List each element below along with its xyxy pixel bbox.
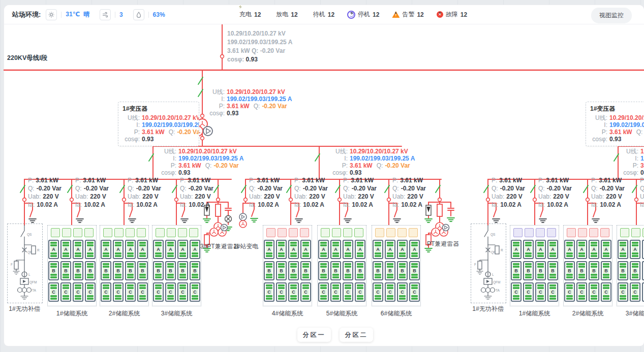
station-transformer-label: 1#站变电 <box>233 242 258 251</box>
battery-row-c: C C C C <box>618 282 644 302</box>
badge-count: 12 <box>328 11 334 18</box>
battery-system-box[interactable]: A A A A B B B B C C C C <box>510 225 559 306</box>
battery-row-b: B B B B <box>511 261 558 280</box>
battery-system-box[interactable]: A A A A B B B B C C C C <box>372 225 421 306</box>
pcs-status-squares <box>511 228 558 237</box>
uab-row: Uab:220 V <box>294 193 328 201</box>
uab-row: Uab:220 V <box>180 193 213 201</box>
p-row: P:3.61 kW <box>492 176 525 184</box>
u-line-row: U线:10.29/10.20/10.27 kV <box>122 114 195 121</box>
power-row: P:3.61 kWQ:-0.20 Var <box>207 103 292 110</box>
badge-count: 12 <box>291 11 297 18</box>
battery-system-box[interactable]: A A A A B B B B C C C C <box>317 225 366 306</box>
battery-row-b: B B B B <box>564 261 611 280</box>
status-badges: 充电 12 放电 12 待机 12 停机 1 <box>237 5 467 24</box>
zone-one-button[interactable]: 分区一 <box>297 328 331 342</box>
battery-system-box[interactable]: A A A A B B B B C C C C <box>263 225 312 306</box>
feeder-metrics-block: P:3.61 kW Q:-0.20 Var Uab:220 V Ia:10.02… <box>591 176 625 209</box>
battery-section-left: A A A A B B B B C C C C <box>47 225 201 318</box>
p-row: P:3.61 kW <box>28 176 62 184</box>
battery-row-c: C C C C <box>564 282 611 302</box>
status-badge[interactable]: 停机 12 <box>347 10 379 19</box>
feeder-metrics-block: P:3.61 kW Q:-0.20 Var Uab:220 V Ia:10.02… <box>180 176 213 209</box>
badge-count: 12 <box>417 11 423 18</box>
battery-row-c: C C C C <box>48 282 96 302</box>
status-icon <box>437 11 443 18</box>
svg-text:R: R <box>37 248 40 252</box>
transformer-title: 1#变压器 <box>590 105 644 113</box>
bus-measurement-block: 10.29/10.20/10.27 kV 199.02/199.03/199.2… <box>227 29 292 64</box>
q-row: Q:-0.20 Var <box>128 184 161 193</box>
feeder-metrics-block: P:3.61 kW Q:-0.20 Var Uab:220 V Ia:10.02… <box>75 176 109 209</box>
q-row: Q:-0.20 Var <box>492 184 525 193</box>
transformer-info-box-right[interactable]: 1#变压器 U线:10.29/10.20/10.27 kV I:199.02/1… <box>586 102 644 146</box>
battery-system-name: 3#储能系统 <box>617 309 644 318</box>
badge-label: 放电 <box>276 10 288 19</box>
battery-system-name: 1#储能系统 <box>510 309 559 318</box>
battery-row-b: B B B B <box>264 261 311 280</box>
status-icon <box>392 11 400 18</box>
p-row: P:3.61 kW <box>249 176 283 184</box>
pcs-status-squares <box>373 228 420 237</box>
q-row: Q:-0.20 Var <box>28 184 62 193</box>
pcs-square <box>103 228 112 237</box>
battery-system-box[interactable]: A A A A B B B B C C C C <box>563 225 612 306</box>
badge-count: 12 <box>254 11 261 18</box>
battery-row-a: A A A A <box>618 240 644 259</box>
status-badge[interactable]: 待机 12 <box>311 10 334 19</box>
battery-row-b: B B B B <box>48 261 96 280</box>
uab-row: Uab:220 V <box>591 193 625 201</box>
battery-cell: A <box>264 240 274 259</box>
battery-row-a: A A A A <box>564 240 611 259</box>
cos-row: cosφ:0.93 <box>207 110 292 117</box>
pcs-square <box>156 228 165 237</box>
transformer-info-box-left[interactable]: 1#变压器 U线:10.29/10.20/10.27 kV I:199.02/1… <box>118 102 199 146</box>
reactive-compensation-label-left: 1#无功补偿 <box>6 305 43 313</box>
u-line-row: U线:10.29/10.20/10.27 kV <box>159 148 243 155</box>
power-row: P:3.61 kWQ:-0.20 Var <box>330 162 415 169</box>
status-badge[interactable]: 故障 12 <box>437 10 467 19</box>
q-row: Q:-0.20 Var <box>294 184 328 193</box>
battery-system-box[interactable]: A A A A B B B B C C C C <box>100 225 149 306</box>
temperature-weather: 31℃ 晴 <box>66 10 89 19</box>
p-row: P:3.61 kW <box>294 176 328 184</box>
p-row: P:3.61 kW <box>538 176 572 184</box>
battery-system-box[interactable]: A A A A B B B B C C C C <box>617 225 644 306</box>
battery-cell: A <box>373 240 383 259</box>
feeder-metrics-block: P:3.61 kW Q:-0.20 Var Uab:220 V Ia:10.02… <box>492 176 525 209</box>
zone-two-button[interactable]: 分区二 <box>340 328 373 342</box>
view-monitor-button[interactable]: 视图监控 <box>591 8 632 23</box>
battery-system-box[interactable]: A A A A B B B B C C C C <box>152 225 201 306</box>
wind-icon <box>100 9 111 20</box>
battery-row-b: B B B B <box>618 261 644 280</box>
cos-row: cosφ:0.93 <box>330 169 415 176</box>
cos-row: cosφ:0.93 <box>590 136 644 143</box>
battery-system-name: 6#储能系统 <box>372 309 421 318</box>
battery-system: A A A A B B B B C C C C <box>100 225 149 318</box>
battery-row-a: A A A A <box>511 240 558 259</box>
battery-system-box[interactable]: A A A A B B B B C C C C <box>47 225 97 306</box>
battery-system-name: 2#储能系统 <box>100 309 149 318</box>
svg-text:QS: QS <box>27 233 32 237</box>
current-row: I:199.02/199.03/199.25 A <box>207 95 292 103</box>
station-environment: 站场环境: 31℃ 晴 3 63% <box>12 9 172 20</box>
svg-text:QS: QS <box>490 233 496 237</box>
feeder-metrics-block: P:3.61 kW Q:-0.20 Var Uab:220 V Ia:10.02… <box>343 176 377 209</box>
ia-row: Ia:10.02 A <box>294 201 328 209</box>
power-row: P:3.61 kWQ:-0.20 Var <box>590 129 644 136</box>
uab-row: Uab:220 V <box>128 193 161 201</box>
badge-label: 告警 <box>402 10 414 19</box>
status-badge[interactable]: 放电 12 <box>273 10 297 19</box>
uab-row: Uab:220 V <box>249 193 283 201</box>
q-row: Q:-0.20 Var <box>249 184 283 193</box>
svg-text:QF: QF <box>491 250 496 254</box>
bus-label: 220KV母线I段 <box>7 54 47 62</box>
pcs-status-squares <box>264 228 311 237</box>
status-badge[interactable]: 充电 12 <box>237 10 261 19</box>
uab-row: Uab:220 V <box>343 193 377 201</box>
reactive-compensation-label-right: 1#无功补偿 <box>470 305 506 313</box>
status-badge[interactable]: 告警 12 <box>392 10 423 19</box>
uab-row: Uab:220 V <box>28 193 62 201</box>
current-row: I:199.02/199.03/199.25 A <box>590 121 644 129</box>
uab-row: Uab:220 V <box>538 193 572 201</box>
